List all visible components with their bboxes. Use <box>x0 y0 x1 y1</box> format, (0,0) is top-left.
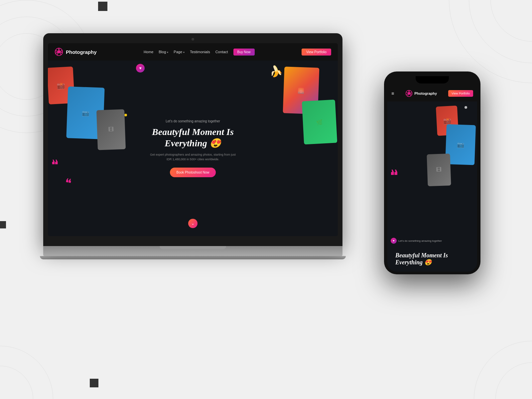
hero-center-content: Let's do something amazing together Beau… <box>150 119 236 177</box>
laptop-camera <box>192 38 194 41</box>
phone-hero-title: Beautyful Moment Is Everything 😍 <box>391 252 473 266</box>
scroll-down-button[interactable]: ⌄ <box>188 219 198 228</box>
heart-sticker: ♥ <box>136 64 145 72</box>
phone-hamburger-menu[interactable]: ≡ <box>391 91 394 96</box>
laptop-site-header: Photography Home Blog ▾ Page ▾ Testimoni… <box>48 43 338 61</box>
phone-mockup: ≡ Photography View Portfolio <box>384 71 480 274</box>
laptop-stand <box>40 256 346 259</box>
phone-pink-curl: ❝ <box>390 168 399 184</box>
phone-hero: 📸 📷 🎞 ❝ ♥ Let's do something amazing tog… <box>387 101 477 272</box>
nav-page[interactable]: Page ▾ <box>174 50 185 54</box>
phone-site-logo: Photography <box>405 90 437 97</box>
phone-notch <box>416 76 449 83</box>
page-dropdown-arrow: ▾ <box>183 51 185 54</box>
laptop-site-logo: Photography <box>55 48 97 56</box>
nav-home[interactable]: Home <box>144 50 153 54</box>
yellow-curl-top: 🍌 <box>268 64 284 78</box>
phone-tagline-row: ♥ Let's do something amazing together <box>387 238 477 244</box>
yellow-dot-hero <box>124 114 127 116</box>
aperture-logo-icon <box>55 48 63 56</box>
nav-blog[interactable]: Blog ▾ <box>159 50 168 54</box>
laptop-screen: Photography Home Blog ▾ Page ▾ Testimoni… <box>48 43 338 236</box>
laptop-logo-text: Photography <box>66 49 97 55</box>
blog-dropdown-arrow: ▾ <box>167 51 168 54</box>
phone-aperture-icon <box>405 90 413 97</box>
laptop-base <box>43 246 342 256</box>
laptop-mockup: Photography Home Blog ▾ Page ▾ Testimoni… <box>43 33 342 283</box>
nav-contact[interactable]: Contact <box>215 50 228 54</box>
phone-tagline: Let's do something amazing together <box>398 239 442 242</box>
phone-logo-text: Photography <box>414 91 437 95</box>
phone-white-dot <box>465 106 467 109</box>
phone-hero-text: Beautyful Moment Is Everything 😍 <box>387 252 477 272</box>
hero-title: Beautyful Moment Is Everything 😍 <box>150 126 236 149</box>
nav-testimonials[interactable]: Testimonials <box>190 50 210 54</box>
pink-curl-hero-left: ❝ <box>51 157 59 173</box>
hero-subtitle: Get expert photographers and amazing pho… <box>150 153 236 162</box>
phone-portfolio-button[interactable]: View Portfolio <box>448 90 473 97</box>
photo-woman-hat: 🌿 <box>302 99 337 144</box>
phone-screen: ≡ Photography View Portfolio <box>387 85 477 272</box>
laptop-site-nav: Home Blog ▾ Page ▾ Testimonials Contact … <box>144 49 255 56</box>
buy-now-button[interactable]: Buy Now <box>233 49 255 56</box>
phone-site-header: ≡ Photography View Portfolio <box>387 85 477 101</box>
phone-heart-icon: ♥ <box>391 238 397 244</box>
deco-square-3 <box>0 221 6 228</box>
laptop-lid: Photography Home Blog ▾ Page ▾ Testimoni… <box>43 33 342 246</box>
photo-photographer-crouching: 🎞 <box>96 109 126 150</box>
deco-square-4 <box>90 379 98 387</box>
book-photoshoot-button[interactable]: Book Photoshoot Now <box>170 168 216 177</box>
phone-photo-photographer: 🎞 <box>427 154 451 186</box>
laptop-site-hero: ♥ 📸 📷 🎞 ❝ Let's do something amazing tog… <box>48 61 338 236</box>
view-portfolio-button-laptop[interactable]: View Portfolio <box>302 49 331 56</box>
deco-square-1 <box>98 2 107 11</box>
hero-tagline: Let's do something amazing together <box>150 119 236 123</box>
